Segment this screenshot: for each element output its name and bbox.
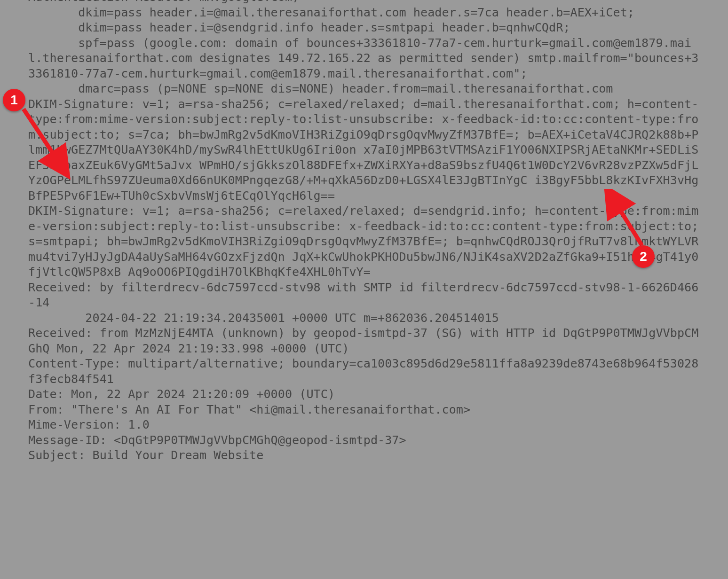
annotation-badge-2-label: 2 xyxy=(640,249,647,264)
email-headers-text: Authentication-Results: mx.google.com; d… xyxy=(28,0,700,463)
screenshot-root: Authentication-Results: mx.google.com; d… xyxy=(0,0,728,579)
svg-line-1 xyxy=(610,195,642,245)
annotation-badge-1: 1 xyxy=(3,89,25,111)
annotation-badge-2: 2 xyxy=(632,245,655,268)
email-headers-panel: Authentication-Results: mx.google.com; d… xyxy=(13,0,715,579)
annotation-arrow-1 xyxy=(19,104,75,180)
annotation-badge-1-label: 1 xyxy=(10,93,18,108)
svg-line-0 xyxy=(24,109,63,169)
